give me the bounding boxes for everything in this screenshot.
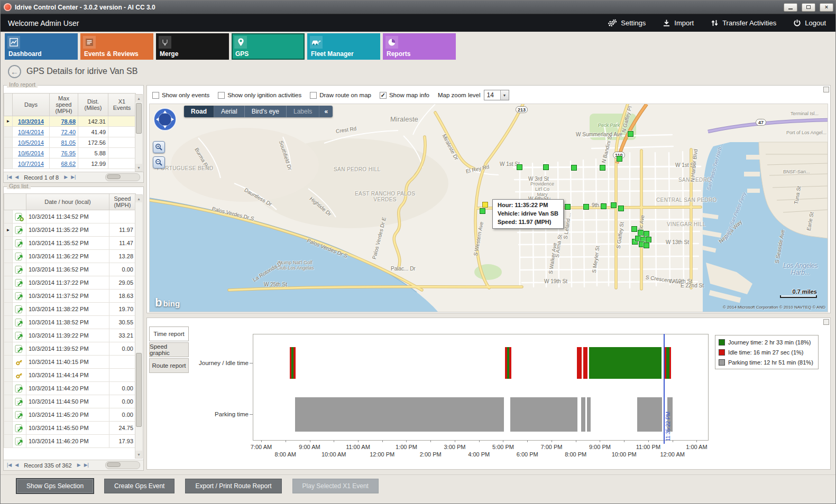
- scroll-up-button[interactable]: ▲: [135, 95, 142, 102]
- gps-marker[interactable]: [601, 203, 607, 209]
- max-speed-cell[interactable]: 78.68: [50, 116, 78, 127]
- pager-prev-button[interactable]: ◀: [15, 463, 19, 468]
- day-link[interactable]: 10/4/2014: [18, 129, 44, 135]
- info-report-row[interactable]: 10/4/201472.4041.49: [4, 127, 136, 137]
- nav-tile-gps[interactable]: GPS: [232, 33, 305, 60]
- close-button[interactable]: ×: [820, 3, 833, 12]
- gps-list-row[interactable]: 10/3/2014 11:39:22 PM33.21: [4, 329, 136, 342]
- map-style-road[interactable]: Road: [184, 106, 214, 117]
- info-report-row[interactable]: 10/7/201468.6212.99: [4, 158, 136, 169]
- max-speed-link[interactable]: 81.05: [61, 139, 76, 146]
- vertical-scrollbar[interactable]: ▲ ▼: [135, 94, 143, 172]
- column-header-speed[interactable]: Speed (MPH): [109, 194, 136, 210]
- gps-list-row[interactable]: 10/3/2014 11:45:50 PM24.75: [4, 422, 136, 435]
- map-option-draw-route-on-map[interactable]: Draw route on map: [310, 92, 371, 99]
- horizontal-scrollbar[interactable]: [105, 173, 140, 181]
- gps-list-row[interactable]: 10/3/2014 11:35:52 PM11.47: [4, 237, 136, 250]
- nav-tile-reports[interactable]: Reports: [383, 33, 456, 60]
- export-print-route-report-button[interactable]: Export / Print Route Report: [185, 479, 281, 493]
- scroll-down-button[interactable]: ▼: [135, 164, 142, 171]
- pager-first-button[interactable]: |◀: [7, 463, 12, 468]
- scroll-up-button[interactable]: ▲: [135, 195, 142, 202]
- day-link[interactable]: 10/3/2014: [18, 118, 44, 125]
- panel-collapse-button[interactable]: [823, 87, 829, 92]
- map-style-aerial[interactable]: Aerial: [214, 106, 245, 117]
- gps-list-row[interactable]: ►10/3/2014 11:35:22 PM11.97: [4, 223, 136, 237]
- show-gps-selection-button[interactable]: Show Gps Selection: [16, 479, 94, 493]
- gps-list-row[interactable]: 10/3/2014 11:44:14 PM: [4, 369, 136, 382]
- map-zoom-in-button[interactable]: [153, 141, 165, 153]
- scrollbar-thumb[interactable]: [136, 103, 142, 134]
- map-option-show-only-events[interactable]: Show only events: [152, 92, 209, 99]
- column-header-datetime[interactable]: Date / hour (local): [26, 194, 109, 210]
- gps-marker[interactable]: [644, 231, 649, 237]
- scrollbar-thumb[interactable]: [107, 174, 121, 179]
- info-report-row[interactable]: 10/6/201476.955.88: [4, 148, 136, 158]
- gps-marker[interactable]: [618, 206, 624, 211]
- gps-marker[interactable]: [628, 131, 633, 137]
- scrollbar-thumb[interactable]: [107, 462, 121, 467]
- pager-prev-button[interactable]: ◀: [15, 175, 19, 180]
- nav-tile-events-reviews[interactable]: Events & Reviews: [80, 33, 153, 60]
- gps-list-row[interactable]: 10/3/2014 11:40:15 PM: [4, 356, 136, 369]
- max-speed-link[interactable]: 78.68: [61, 118, 76, 125]
- column-header-max-speed[interactable]: Max speed (MPH): [50, 94, 78, 116]
- gps-marker[interactable]: [638, 230, 644, 236]
- pager-last-button[interactable]: ▶|: [71, 175, 76, 180]
- day-cell[interactable]: 10/5/2014: [13, 137, 50, 148]
- gps-list-row[interactable]: 10/3/2014 11:34:52 PM: [4, 210, 136, 223]
- gps-list-row[interactable]: 10/3/2014 11:36:52 PM0.00: [4, 263, 136, 276]
- minimize-button[interactable]: [784, 3, 797, 12]
- topbar-logout-button[interactable]: Logout: [793, 19, 826, 27]
- create-gps-event-button[interactable]: Create Gps Event: [104, 479, 174, 493]
- pager-next-button[interactable]: ▶: [77, 463, 81, 468]
- pager-first-button[interactable]: |◀: [7, 175, 12, 180]
- gps-marker[interactable]: [480, 208, 485, 214]
- time-cursor[interactable]: [664, 334, 665, 444]
- map-style-bird-s-eye[interactable]: Bird's eye: [245, 106, 287, 117]
- map-zoom-out-button[interactable]: [153, 156, 165, 169]
- info-report-row[interactable]: ►10/3/201478.68142.31: [4, 116, 136, 127]
- max-speed-link[interactable]: 68.62: [61, 161, 76, 167]
- gps-marker[interactable]: [646, 237, 651, 242]
- gps-list-row[interactable]: 10/3/2014 11:39:52 PM0.00: [4, 342, 136, 356]
- day-cell[interactable]: 10/3/2014: [13, 116, 50, 127]
- gps-marker[interactable]: [583, 204, 589, 210]
- nav-tile-merge[interactable]: Merge: [156, 33, 229, 60]
- day-cell[interactable]: 10/7/2014: [13, 158, 50, 169]
- back-button[interactable]: ←: [8, 65, 21, 78]
- pager-last-button[interactable]: ▶|: [84, 463, 89, 468]
- panel-collapse-button[interactable]: [823, 319, 829, 325]
- map-option-show-only-ignition-activities[interactable]: Show only ignition activities: [218, 92, 301, 99]
- gps-marker[interactable]: [600, 165, 605, 171]
- scroll-down-button[interactable]: ▼: [135, 451, 142, 458]
- scrollbar-thumb[interactable]: [136, 353, 142, 427]
- column-header-dist[interactable]: Dist. (Miles): [78, 94, 108, 116]
- tab-speed-graphic[interactable]: Speed graphic: [149, 342, 189, 357]
- gps-list-row[interactable]: 10/3/2014 11:44:20 PM0.00: [4, 382, 136, 395]
- gps-marker[interactable]: [565, 204, 571, 210]
- gps-list-row[interactable]: 10/3/2014 11:44:50 PM0.00: [4, 395, 136, 408]
- max-speed-cell[interactable]: 81.05: [50, 137, 78, 148]
- gps-marker[interactable]: [543, 164, 549, 170]
- day-cell[interactable]: 10/4/2014: [13, 127, 50, 137]
- info-report-row[interactable]: 10/5/201481.05172.56: [4, 137, 136, 148]
- gps-marker[interactable]: [631, 226, 637, 232]
- day-link[interactable]: 10/6/2014: [18, 150, 44, 156]
- selected-gps-marker[interactable]: [482, 202, 488, 208]
- gps-list-row[interactable]: 10/3/2014 11:38:22 PM19.70: [4, 303, 136, 316]
- topbar-settings-button[interactable]: Settings: [608, 19, 646, 27]
- nav-tile-fleet-manager[interactable]: Fleet Manager: [307, 33, 380, 60]
- map-tabs-collapse-button[interactable]: «: [319, 106, 333, 117]
- map-zoom-select[interactable]: 14 ▼: [484, 90, 509, 100]
- gps-list-row[interactable]: 10/3/2014 11:36:22 PM13.28: [4, 250, 136, 263]
- gps-marker[interactable]: [571, 165, 577, 171]
- day-cell[interactable]: 10/6/2014: [13, 148, 50, 158]
- gps-marker[interactable]: [617, 156, 622, 162]
- vertical-scrollbar[interactable]: ▲ ▼: [135, 194, 143, 459]
- nav-tile-dashboard[interactable]: Dashboard: [5, 33, 78, 60]
- tab-time-report[interactable]: Time report: [149, 326, 189, 341]
- topbar-import-button[interactable]: Import: [663, 19, 694, 27]
- gps-marker[interactable]: [611, 202, 617, 208]
- max-speed-link[interactable]: 76.95: [61, 150, 76, 156]
